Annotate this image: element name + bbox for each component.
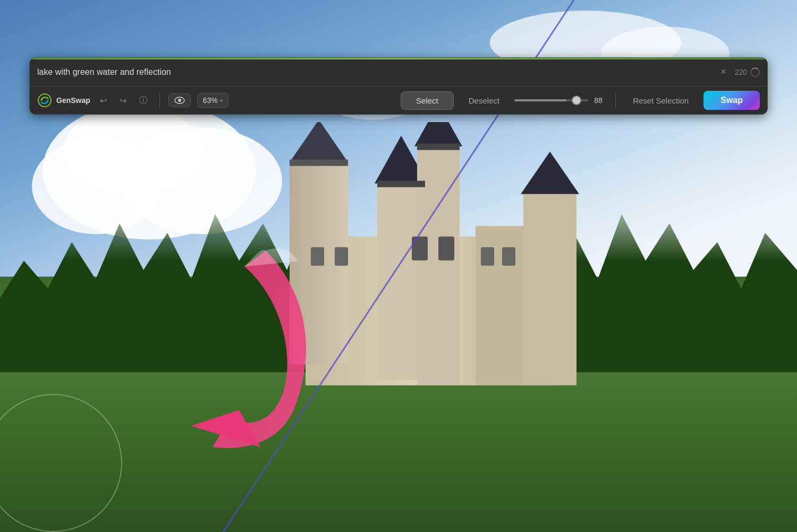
svg-rect-21: [335, 247, 348, 266]
svg-rect-23: [438, 237, 454, 261]
threshold-slider-container: 88: [514, 96, 607, 105]
svg-point-3: [64, 106, 202, 191]
info-button[interactable]: ⓘ: [136, 93, 151, 108]
genswap-icon: [37, 93, 52, 108]
deselect-button[interactable]: Deselect: [460, 92, 508, 109]
svg-rect-27: [377, 181, 425, 187]
genswap-label: GenSwap: [56, 96, 90, 105]
eye-icon: [174, 97, 185, 104]
svg-marker-12: [290, 122, 348, 162]
svg-rect-25: [502, 247, 515, 266]
threshold-slider[interactable]: [514, 99, 589, 101]
toolbar-bottom-row: GenSwap ↩ ↪ ⓘ 63% ▾ Select Deselect 88: [30, 87, 767, 114]
toolbar-top-row: × 220: [30, 58, 767, 87]
select-button[interactable]: Select: [401, 91, 454, 110]
svg-marker-19: [521, 152, 579, 194]
separator-1: [159, 93, 160, 108]
char-count-display: 220: [735, 67, 760, 77]
reset-selection-button[interactable]: Reset Selection: [624, 92, 697, 109]
slider-value-display: 88: [594, 96, 607, 105]
undo-button[interactable]: ↩: [97, 93, 110, 108]
eye-preview-button[interactable]: [168, 93, 191, 107]
svg-rect-22: [412, 237, 428, 261]
svg-point-30: [38, 94, 51, 107]
svg-point-32: [178, 99, 181, 102]
castle: [263, 122, 598, 415]
zoom-value: 63%: [203, 96, 218, 105]
char-count-value: 220: [735, 68, 747, 76]
svg-rect-18: [523, 194, 576, 385]
loading-spinner: [750, 67, 760, 77]
close-button[interactable]: ×: [716, 64, 731, 80]
prompt-input[interactable]: [37, 67, 712, 77]
svg-rect-20: [311, 247, 324, 266]
swap-button[interactable]: Swap: [703, 91, 760, 110]
zoom-button[interactable]: 63% ▾: [197, 93, 228, 108]
zoom-chevron-icon: ▾: [220, 98, 223, 104]
svg-rect-26: [290, 160, 348, 166]
svg-rect-28: [417, 144, 460, 150]
svg-marker-16: [414, 122, 462, 147]
svg-rect-24: [481, 247, 494, 266]
toolbar: × 220 GenSwap ↩ ↪ ⓘ: [29, 57, 768, 115]
separator-2: [615, 93, 616, 108]
genswap-logo[interactable]: GenSwap: [37, 93, 90, 108]
redo-button[interactable]: ↪: [116, 93, 130, 108]
